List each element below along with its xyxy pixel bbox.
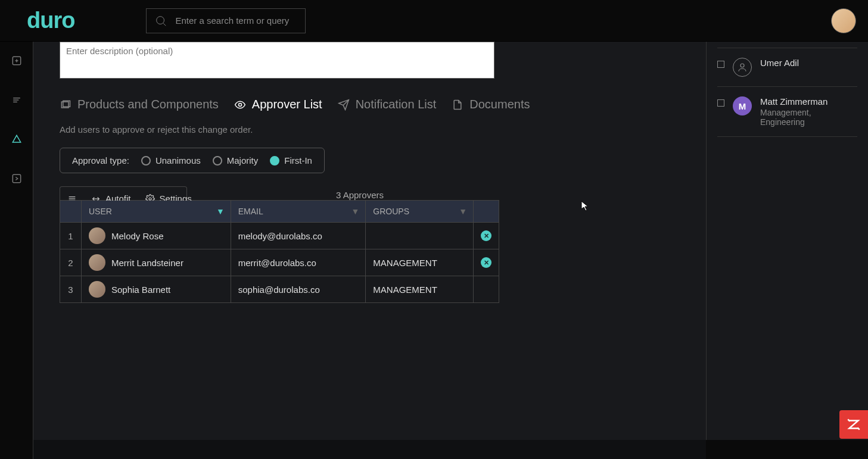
eye-icon (234, 99, 246, 111)
row-number: 2 (60, 249, 82, 276)
search-input[interactable] (146, 8, 306, 33)
main-content: Products and Components Approver List No… (33, 42, 706, 459)
tab-label: Approver List (252, 98, 322, 111)
user-list-item[interactable]: M Matt Zimmerman Management, Engineering (717, 87, 857, 137)
approvers-table: USER▼ EMAIL▼ GROUPS▼ 1 Melody Rose melod… (60, 200, 499, 303)
action-cell: ✕ (474, 249, 499, 276)
col-label: EMAIL (238, 207, 263, 216)
user-name: Melody Rose (111, 231, 164, 241)
radio-icon (213, 156, 222, 166)
user-name: Umer Adil (760, 58, 799, 68)
svg-point-16 (149, 198, 151, 200)
col-email[interactable]: EMAIL▼ (231, 201, 366, 223)
tab-approver-list[interactable]: Approver List (234, 98, 322, 111)
z-icon (846, 417, 861, 432)
help-widget[interactable] (839, 410, 868, 439)
sort-icon: ▼ (351, 207, 359, 216)
col-label: USER (89, 207, 112, 216)
approver-count: 3 Approvers (336, 190, 499, 200)
tab-label: Documents (469, 98, 530, 111)
table-row[interactable]: 1 Melody Rose melody@durolabs.co ✕ (60, 223, 499, 249)
search-wrapper (146, 8, 306, 33)
col-label: GROUPS (373, 207, 409, 216)
radio-icon (141, 156, 151, 166)
col-groups[interactable]: GROUPS▼ (366, 201, 474, 223)
tab-label: Notification List (356, 98, 437, 111)
tab-notification-list[interactable]: Notification List (338, 98, 437, 111)
email-cell: sophia@durolabs.co (231, 276, 366, 303)
layers-icon (60, 99, 71, 111)
avatar: M (733, 96, 752, 115)
nav-change-order-item[interactable] (10, 132, 24, 146)
col-action (474, 201, 499, 223)
action-cell (474, 276, 499, 303)
sort-down-icon: ▼ (216, 207, 225, 216)
groups-cell: MANAGEMENT (366, 249, 474, 276)
checkbox[interactable] (717, 61, 724, 68)
radio-label: First-In (284, 155, 312, 166)
email-cell: melody@durolabs.co (231, 223, 366, 249)
tab-label: Products and Components (77, 98, 219, 111)
current-user-avatar[interactable] (831, 8, 856, 33)
avatar (89, 281, 105, 298)
search-icon (154, 14, 167, 27)
nav-add-item[interactable] (10, 54, 24, 68)
app-header: duro (0, 0, 868, 42)
side-nav (0, 42, 33, 459)
user-info: Matt Zimmerman Management, Engineering (760, 96, 857, 127)
svg-point-11 (238, 103, 241, 106)
svg-line-1 (164, 23, 166, 26)
bottom-bar (33, 440, 706, 459)
svg-point-17 (741, 64, 744, 67)
row-number: 1 (60, 223, 82, 249)
users-panel: Umer Adil M Matt Zimmerman Management, E… (706, 42, 868, 440)
radio-first-in[interactable]: First-In (270, 155, 312, 166)
document-icon (452, 99, 463, 111)
svg-point-0 (157, 16, 164, 24)
email-cell: merrit@durolabs.co (231, 249, 366, 276)
approval-type-label: Approval type: (72, 155, 129, 166)
tabs: Products and Components Approver List No… (60, 98, 680, 111)
col-user[interactable]: USER▼ (82, 201, 231, 223)
user-name: Matt Zimmerman (760, 96, 857, 107)
radio-label: Majority (227, 155, 259, 166)
user-cell: Merrit Landsteiner (82, 249, 231, 276)
checkbox[interactable] (717, 99, 724, 107)
helper-text: Add users to approve or reject this chan… (60, 124, 680, 135)
groups-cell (366, 223, 474, 249)
tab-documents[interactable]: Documents (452, 98, 530, 111)
user-sub: Management, Engineering (760, 108, 857, 127)
action-cell: ✕ (474, 223, 499, 249)
nav-import-item[interactable] (10, 171, 24, 186)
approvers-table-section: Autofit Settings 3 Approvers USER▼ EMAIL… (60, 186, 499, 303)
remove-button[interactable]: ✕ (481, 257, 491, 268)
logo: duro (27, 8, 74, 33)
table-row[interactable]: 2 Merrit Landsteiner merrit@durolabs.co … (60, 249, 499, 276)
approval-type-selector: Approval type: Unanimous Majority First-… (60, 148, 325, 173)
nav-list-item[interactable] (10, 93, 24, 107)
avatar (89, 254, 105, 271)
avatar (733, 58, 752, 77)
table-row[interactable]: 3 Sophia Barnett sophia@durolabs.co MANA… (60, 276, 499, 303)
user-info: Umer Adil (760, 58, 799, 68)
user-list-item[interactable]: Umer Adil (717, 48, 857, 87)
user-name: Merrit Landsteiner (111, 258, 183, 268)
sort-icon: ▼ (459, 207, 467, 216)
radio-majority[interactable]: Majority (213, 155, 259, 166)
user-cell: Melody Rose (82, 223, 231, 249)
radio-label: Unanimous (155, 155, 201, 166)
user-name: Sophia Barnett (111, 285, 170, 295)
groups-cell: MANAGEMENT (366, 276, 474, 303)
tab-products-components[interactable]: Products and Components (60, 98, 219, 111)
svg-rect-8 (13, 174, 20, 182)
description-input[interactable] (60, 42, 494, 79)
avatar (89, 227, 105, 244)
col-rownum (60, 201, 82, 223)
user-cell: Sophia Barnett (82, 276, 231, 303)
radio-icon (270, 156, 279, 166)
row-number: 3 (60, 276, 82, 303)
send-icon (338, 99, 350, 111)
radio-unanimous[interactable]: Unanimous (141, 155, 201, 166)
remove-button[interactable]: ✕ (481, 230, 491, 241)
